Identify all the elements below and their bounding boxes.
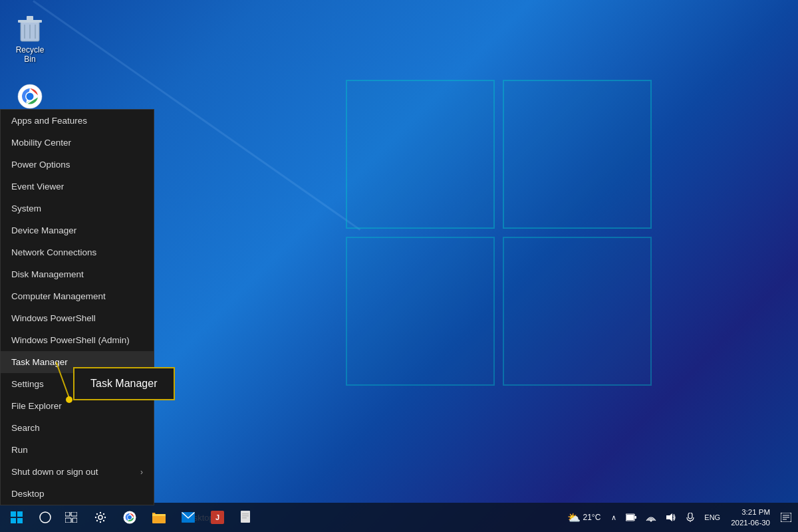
weather-widget[interactable]: ⛅ 21°C	[562, 511, 606, 524]
svg-rect-18	[72, 518, 77, 523]
svg-rect-16	[71, 512, 77, 516]
taskbar-right-area: ⛅ 21°C ∧	[562, 503, 798, 532]
menu-item-system[interactable]: System	[1, 198, 154, 219]
recycle-bin-icon	[17, 16, 43, 43]
menu-item-power-options[interactable]: Power Options	[1, 154, 154, 176]
menu-item-mobility-center[interactable]: Mobility Center	[1, 132, 154, 154]
svg-point-14	[40, 512, 51, 523]
menu-item-windows-powershell[interactable]: Windows PowerShell	[1, 307, 154, 329]
notification-center-button[interactable]	[777, 503, 795, 532]
taskbar-files[interactable]	[144, 503, 174, 532]
svg-point-27	[103, 513, 104, 515]
context-menu: Apps and Features Mobility Center Power …	[0, 109, 154, 505]
desktop-icon-recycle-bin[interactable]: Recycle Bin	[7, 13, 53, 67]
current-time: 3:21 PM	[741, 507, 770, 517]
volume-indicator[interactable]	[662, 503, 680, 532]
file-explorer-icon	[152, 511, 166, 523]
menu-item-computer-management[interactable]: Computer Management	[1, 285, 154, 307]
svg-rect-40	[242, 515, 249, 517]
taskbar-doc-icon	[241, 511, 253, 524]
input-indicator[interactable]	[682, 503, 699, 532]
weather-icon: ⛅	[567, 511, 581, 524]
svg-rect-41	[242, 517, 247, 519]
svg-point-23	[104, 517, 106, 518]
network-indicator[interactable]	[642, 503, 660, 532]
svg-point-30	[128, 515, 132, 519]
volume-icon	[666, 513, 676, 522]
svg-rect-15	[65, 512, 70, 516]
task-manager-callout: Task Manager	[73, 367, 175, 400]
current-date: 2021-06-30	[731, 517, 770, 528]
svg-rect-17	[65, 518, 71, 523]
svg-rect-10	[11, 511, 16, 517]
shut-down-arrow-icon: ›	[140, 467, 143, 477]
mail-icon	[182, 512, 195, 523]
task-manager-indicator-dot	[66, 396, 72, 403]
microphone-icon	[686, 513, 695, 522]
weather-temp: 21°C	[583, 513, 601, 522]
svg-point-24	[96, 513, 98, 515]
svg-point-19	[98, 515, 102, 519]
svg-point-26	[96, 520, 98, 521]
taskbar: J ⛅ 21°C ∧	[0, 503, 798, 532]
battery-indicator[interactable]	[622, 503, 640, 532]
desktop: Recycle Bin Google	[0, 0, 798, 532]
taskbar-mail[interactable]	[174, 503, 203, 532]
search-icon	[39, 511, 51, 523]
battery-icon	[626, 513, 636, 521]
task-view-button[interactable]	[57, 503, 86, 532]
svg-point-21	[100, 521, 101, 523]
menu-item-windows-powershell-admin[interactable]: Windows PowerShell (Admin)	[1, 329, 154, 351]
menu-item-network-connections[interactable]: Network Connections	[1, 241, 154, 263]
taskbar-app-red[interactable]: J	[203, 503, 232, 532]
menu-item-event-viewer[interactable]: Event Viewer	[1, 176, 154, 198]
svg-rect-43	[634, 516, 636, 519]
svg-rect-38	[241, 511, 250, 523]
svg-rect-13	[17, 518, 23, 523]
svg-rect-44	[626, 515, 634, 520]
show-hidden-icons-button[interactable]: ∧	[607, 503, 620, 532]
svg-rect-47	[688, 513, 692, 519]
svg-point-20	[100, 512, 101, 513]
taskbar-app-red-icon: J	[211, 511, 224, 524]
start-button[interactable]	[0, 503, 33, 532]
svg-rect-11	[17, 511, 23, 517]
notification-center-icon	[781, 513, 791, 522]
svg-rect-33	[152, 516, 166, 522]
menu-item-desktop[interactable]: Desktop	[1, 483, 154, 505]
taskbar-chrome[interactable]	[115, 503, 144, 532]
settings-icon	[94, 511, 106, 523]
taskbar-chrome-icon	[123, 511, 136, 524]
task-view-icon	[65, 512, 77, 523]
svg-marker-46	[666, 513, 672, 521]
menu-item-search[interactable]: Search	[1, 417, 154, 439]
svg-rect-39	[242, 513, 249, 515]
svg-point-25	[103, 520, 104, 521]
svg-point-45	[650, 520, 652, 522]
svg-rect-12	[11, 518, 16, 523]
svg-rect-2	[27, 16, 33, 21]
svg-text:J: J	[215, 513, 219, 521]
menu-item-run[interactable]: Run	[1, 439, 154, 461]
language-label: ENG	[704, 513, 720, 521]
chrome-icon	[17, 83, 43, 110]
network-icon	[646, 513, 656, 522]
windows-logo-decoration	[346, 80, 692, 426]
taskbar-app-settings[interactable]	[86, 503, 115, 532]
taskbar-app-doc[interactable]	[232, 503, 261, 532]
svg-point-22	[95, 517, 96, 518]
language-indicator[interactable]: ENG	[700, 503, 724, 532]
menu-item-apps-features[interactable]: Apps and Features	[1, 110, 154, 132]
recycle-bin-label: Recycle Bin	[9, 45, 51, 65]
clock-widget[interactable]: 3:21 PM 2021-06-30	[726, 503, 775, 532]
menu-item-device-manager[interactable]: Device Manager	[1, 219, 154, 241]
menu-item-shut-down[interactable]: Shut down or sign out ›	[1, 461, 154, 483]
chevron-up-icon: ∧	[611, 513, 616, 522]
windows-start-icon	[11, 511, 23, 523]
search-button[interactable]	[33, 503, 57, 532]
menu-item-disk-management[interactable]: Disk Management	[1, 263, 154, 285]
svg-point-9	[27, 92, 34, 100]
